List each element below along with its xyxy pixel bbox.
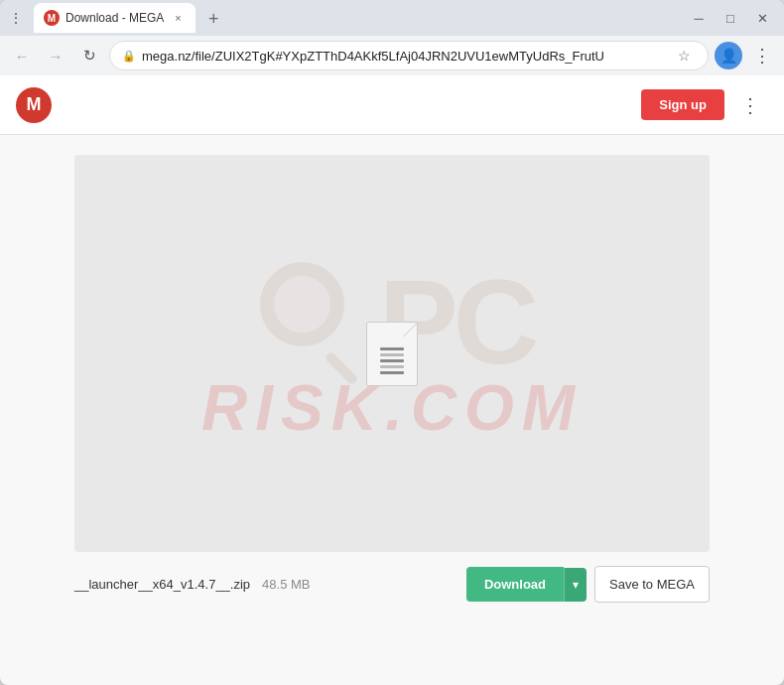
page-content: M Sign up ⋮ PC xyxy=(0,75,784,685)
forward-button[interactable]: → xyxy=(42,42,69,69)
zip-line-1 xyxy=(380,347,404,350)
bookmark-icon[interactable]: ☆ xyxy=(672,44,696,68)
signup-button[interactable]: Sign up xyxy=(641,89,724,120)
active-tab[interactable]: M Download - MEGA × xyxy=(34,3,196,33)
file-preview-container: PC RISK.COM xyxy=(0,135,784,685)
tab-close-button[interactable]: × xyxy=(170,10,186,26)
close-button[interactable]: ✕ xyxy=(748,4,776,32)
minimize-button[interactable]: ─ xyxy=(685,4,713,32)
file-info-bar: __launcher__x64_v1.4.7__.zip 48.5 MB Dow… xyxy=(74,552,710,616)
title-bar: ⋮ M Download - MEGA × + ─ □ ✕ xyxy=(0,0,784,36)
watermark-magnifier xyxy=(250,262,369,381)
zip-fold-inner xyxy=(404,324,417,337)
save-to-mega-button[interactable]: Save to MEGA xyxy=(594,566,710,603)
preview-box: PC RISK.COM xyxy=(74,155,710,552)
file-name: __launcher__x64_v1.4.7__.zip xyxy=(74,577,250,592)
tab-favicon: M xyxy=(44,10,60,26)
new-tab-button[interactable]: + xyxy=(199,5,227,33)
title-bar-left: ⋮ xyxy=(8,10,24,26)
download-chevron-button[interactable]: ▾ xyxy=(564,568,587,602)
mega-logo[interactable]: M xyxy=(16,87,52,123)
zip-line-4 xyxy=(380,365,404,368)
mega-header: M Sign up ⋮ xyxy=(0,75,784,135)
window-controls: ─ □ ✕ xyxy=(685,4,776,32)
zip-line-3 xyxy=(380,359,404,362)
profile-icon: 👤 xyxy=(720,48,737,64)
chrome-window: ⋮ M Download - MEGA × + ─ □ ✕ ← → ↻ 🔒 me… xyxy=(0,0,784,685)
file-size: 48.5 MB xyxy=(262,577,310,592)
back-button[interactable]: ← xyxy=(8,42,36,69)
maximize-button[interactable]: □ xyxy=(717,4,744,32)
refresh-button[interactable]: ↻ xyxy=(75,42,103,69)
zip-file-icon xyxy=(366,322,418,386)
chrome-menu-button[interactable]: ⋮ xyxy=(8,10,24,26)
mega-header-menu-button[interactable]: ⋮ xyxy=(732,89,768,121)
address-right-icons: ☆ xyxy=(672,44,696,68)
secure-icon: 🔒 xyxy=(122,50,136,63)
file-actions: Download ▾ Save to MEGA xyxy=(466,566,710,603)
profile-button[interactable]: 👤 xyxy=(715,42,742,69)
watermark-handle xyxy=(324,350,358,385)
address-bar: ← → ↻ 🔒 mega.nz/file/ZUIX2TgK#YXpZTThD4A… xyxy=(0,36,784,75)
zip-line-2 xyxy=(380,353,404,356)
mega-header-right: Sign up ⋮ xyxy=(641,89,768,121)
address-input-wrap[interactable]: 🔒 mega.nz/file/ZUIX2TgK#YXpZTThD4AKkf5Lf… xyxy=(109,41,709,70)
tab-title: Download - MEGA xyxy=(65,11,164,25)
download-button[interactable]: Download xyxy=(466,567,564,602)
tabs-bar: M Download - MEGA × + xyxy=(24,3,685,33)
watermark-circle xyxy=(260,262,344,346)
zip-line-5 xyxy=(380,371,404,374)
browser-menu-button[interactable]: ⋮ xyxy=(748,42,776,69)
address-text: mega.nz/file/ZUIX2TgK#YXpZTThD4AKkf5LfAj… xyxy=(142,49,666,64)
